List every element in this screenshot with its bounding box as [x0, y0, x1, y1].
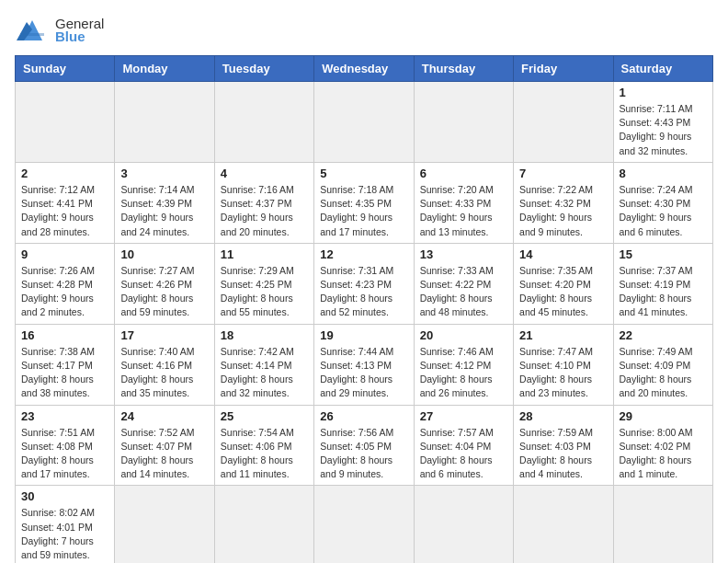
calendar-day-cell: 7Sunrise: 7:22 AM Sunset: 4:32 PM Daylig…	[514, 162, 613, 243]
calendar-day-cell: 3Sunrise: 7:14 AM Sunset: 4:39 PM Daylig…	[115, 162, 214, 243]
calendar-day-cell: 14Sunrise: 7:35 AM Sunset: 4:20 PM Dayli…	[514, 243, 613, 324]
day-number: 12	[320, 247, 407, 261]
calendar-day-cell: 17Sunrise: 7:40 AM Sunset: 4:16 PM Dayli…	[115, 324, 214, 405]
calendar-day-cell: 27Sunrise: 7:57 AM Sunset: 4:04 PM Dayli…	[414, 405, 513, 486]
weekday-header: Saturday	[613, 56, 712, 82]
calendar-day-cell: 28Sunrise: 7:59 AM Sunset: 4:03 PM Dayli…	[514, 405, 613, 486]
day-number: 19	[320, 328, 407, 342]
day-number: 13	[420, 247, 507, 261]
calendar-day-cell: 4Sunrise: 7:16 AM Sunset: 4:37 PM Daylig…	[214, 162, 313, 243]
day-number: 17	[120, 328, 208, 342]
day-info: Sunrise: 7:59 AM Sunset: 4:03 PM Dayligh…	[519, 426, 607, 482]
day-number: 3	[120, 167, 208, 180]
calendar-day-cell	[414, 82, 513, 163]
calendar-day-cell: 1Sunrise: 7:11 AM Sunset: 4:43 PM Daylig…	[613, 82, 712, 163]
day-number: 1	[620, 86, 707, 99]
day-info: Sunrise: 7:46 AM Sunset: 4:12 PM Dayligh…	[420, 345, 507, 401]
day-number: 26	[320, 409, 407, 423]
weekday-header-row: SundayMondayTuesdayWednesdayThursdayFrid…	[16, 56, 713, 82]
calendar-day-cell: 8Sunrise: 7:24 AM Sunset: 4:30 PM Daylig…	[613, 162, 712, 243]
calendar-day-cell: 20Sunrise: 7:46 AM Sunset: 4:12 PM Dayli…	[414, 324, 513, 405]
day-info: Sunrise: 7:56 AM Sunset: 4:05 PM Dayligh…	[320, 426, 407, 482]
day-info: Sunrise: 7:33 AM Sunset: 4:22 PM Dayligh…	[420, 264, 507, 320]
day-info: Sunrise: 7:18 AM Sunset: 4:35 PM Dayligh…	[320, 183, 407, 239]
day-number: 7	[519, 167, 607, 180]
day-info: Sunrise: 7:37 AM Sunset: 4:19 PM Dayligh…	[620, 264, 707, 320]
calendar-day-cell: 18Sunrise: 7:42 AM Sunset: 4:14 PM Dayli…	[214, 324, 313, 405]
calendar-day-cell: 10Sunrise: 7:27 AM Sunset: 4:26 PM Dayli…	[115, 243, 214, 324]
day-number: 25	[221, 409, 308, 423]
calendar-day-cell	[214, 82, 313, 163]
day-number: 10	[120, 247, 208, 261]
day-info: Sunrise: 7:22 AM Sunset: 4:32 PM Dayligh…	[519, 183, 607, 239]
day-info: Sunrise: 7:26 AM Sunset: 4:28 PM Dayligh…	[21, 264, 108, 320]
calendar-day-cell: 24Sunrise: 7:52 AM Sunset: 4:07 PM Dayli…	[115, 405, 214, 486]
day-info: Sunrise: 7:40 AM Sunset: 4:16 PM Dayligh…	[120, 345, 208, 401]
day-number: 15	[620, 247, 707, 261]
weekday-header: Sunday	[16, 56, 115, 82]
day-number: 6	[420, 167, 507, 180]
day-info: Sunrise: 7:14 AM Sunset: 4:39 PM Dayligh…	[120, 183, 208, 239]
calendar-week-row: 30Sunrise: 8:02 AM Sunset: 4:01 PM Dayli…	[16, 486, 713, 563]
calendar-day-cell: 9Sunrise: 7:26 AM Sunset: 4:28 PM Daylig…	[16, 243, 115, 324]
calendar-table: SundayMondayTuesdayWednesdayThursdayFrid…	[15, 55, 713, 563]
logo: General Blue	[15, 15, 104, 44]
calendar-day-cell	[16, 82, 115, 163]
calendar-day-cell: 13Sunrise: 7:33 AM Sunset: 4:22 PM Dayli…	[414, 243, 513, 324]
calendar-day-cell: 19Sunrise: 7:44 AM Sunset: 4:13 PM Dayli…	[314, 324, 414, 405]
calendar-week-row: 1Sunrise: 7:11 AM Sunset: 4:43 PM Daylig…	[16, 82, 713, 163]
day-info: Sunrise: 7:35 AM Sunset: 4:20 PM Dayligh…	[519, 264, 607, 320]
day-number: 30	[21, 489, 108, 503]
svg-rect-2	[20, 33, 44, 36]
calendar-day-cell	[314, 82, 414, 163]
calendar-day-cell	[613, 486, 712, 563]
calendar-day-cell: 11Sunrise: 7:29 AM Sunset: 4:25 PM Dayli…	[214, 243, 313, 324]
calendar-day-cell	[414, 486, 513, 563]
calendar-week-row: 16Sunrise: 7:38 AM Sunset: 4:17 PM Dayli…	[16, 324, 713, 405]
day-info: Sunrise: 7:20 AM Sunset: 4:33 PM Dayligh…	[420, 183, 507, 239]
day-info: Sunrise: 7:24 AM Sunset: 4:30 PM Dayligh…	[620, 183, 707, 239]
day-info: Sunrise: 7:51 AM Sunset: 4:08 PM Dayligh…	[21, 426, 108, 482]
calendar-day-cell	[115, 82, 214, 163]
day-info: Sunrise: 7:16 AM Sunset: 4:37 PM Dayligh…	[221, 183, 308, 239]
calendar-day-cell	[514, 486, 613, 563]
weekday-header: Thursday	[414, 56, 513, 82]
calendar-week-row: 2Sunrise: 7:12 AM Sunset: 4:41 PM Daylig…	[16, 162, 713, 243]
calendar-day-cell: 26Sunrise: 7:56 AM Sunset: 4:05 PM Dayli…	[314, 405, 414, 486]
weekday-header: Wednesday	[314, 56, 414, 82]
calendar-day-cell: 29Sunrise: 8:00 AM Sunset: 4:02 PM Dayli…	[613, 405, 712, 486]
day-info: Sunrise: 7:29 AM Sunset: 4:25 PM Dayligh…	[221, 264, 308, 320]
day-info: Sunrise: 7:38 AM Sunset: 4:17 PM Dayligh…	[21, 345, 108, 401]
calendar-day-cell: 22Sunrise: 7:49 AM Sunset: 4:09 PM Dayli…	[613, 324, 712, 405]
calendar-day-cell	[115, 486, 214, 563]
day-info: Sunrise: 7:57 AM Sunset: 4:04 PM Dayligh…	[420, 426, 507, 482]
calendar-day-cell	[314, 486, 414, 563]
day-info: Sunrise: 7:42 AM Sunset: 4:14 PM Dayligh…	[221, 345, 308, 401]
day-number: 9	[21, 247, 108, 261]
day-number: 4	[221, 167, 308, 180]
calendar-day-cell	[514, 82, 613, 163]
day-number: 5	[320, 167, 407, 180]
day-info: Sunrise: 8:02 AM Sunset: 4:01 PM Dayligh…	[21, 506, 108, 562]
day-number: 27	[420, 409, 507, 423]
page-header: General Blue	[15, 15, 713, 44]
day-number: 11	[221, 247, 308, 261]
calendar-day-cell: 23Sunrise: 7:51 AM Sunset: 4:08 PM Dayli…	[16, 405, 115, 486]
day-number: 20	[420, 328, 507, 342]
logo-icon	[15, 15, 50, 44]
day-info: Sunrise: 7:52 AM Sunset: 4:07 PM Dayligh…	[120, 426, 208, 482]
weekday-header: Monday	[115, 56, 214, 82]
weekday-header: Friday	[514, 56, 613, 82]
calendar-day-cell: 21Sunrise: 7:47 AM Sunset: 4:10 PM Dayli…	[514, 324, 613, 405]
day-info: Sunrise: 7:44 AM Sunset: 4:13 PM Dayligh…	[320, 345, 407, 401]
calendar-day-cell: 25Sunrise: 7:54 AM Sunset: 4:06 PM Dayli…	[214, 405, 313, 486]
day-number: 14	[519, 247, 607, 261]
weekday-header: Tuesday	[214, 56, 313, 82]
day-info: Sunrise: 7:54 AM Sunset: 4:06 PM Dayligh…	[221, 426, 308, 482]
day-number: 28	[519, 409, 607, 423]
calendar-day-cell: 6Sunrise: 7:20 AM Sunset: 4:33 PM Daylig…	[414, 162, 513, 243]
day-number: 18	[221, 328, 308, 342]
day-number: 2	[21, 167, 108, 180]
day-number: 23	[21, 409, 108, 423]
calendar-day-cell: 30Sunrise: 8:02 AM Sunset: 4:01 PM Dayli…	[16, 486, 115, 563]
